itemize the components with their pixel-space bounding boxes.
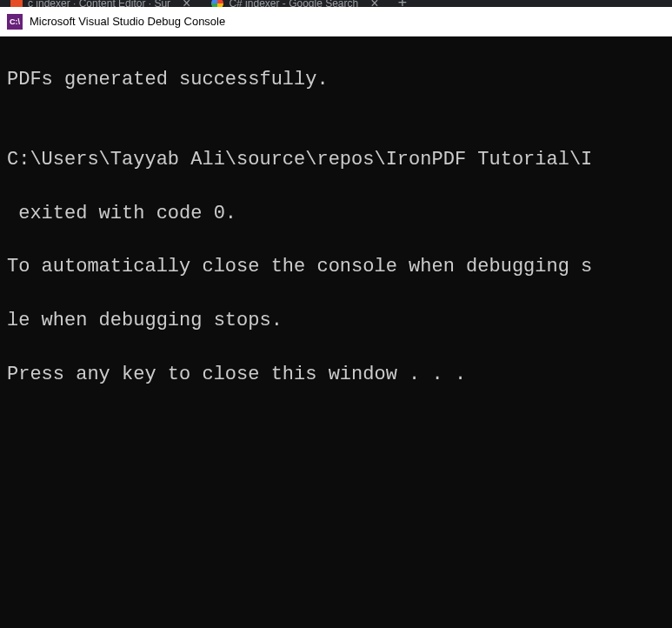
close-icon[interactable]: ×: [183, 0, 190, 7]
console-line: Press any key to close this window . . .: [7, 362, 665, 389]
close-icon[interactable]: ×: [370, 0, 378, 7]
browser-tab-1[interactable]: c indexer · Content Editor · Sur ×: [0, 0, 201, 7]
tab-title-2: C# indexer - Google Search: [229, 0, 358, 7]
console-line: To automatically close the console when …: [7, 254, 665, 281]
tab-favicon-2: [211, 0, 223, 7]
console-title-bar[interactable]: C:\ Microsoft Visual Studio Debug Consol…: [0, 7, 672, 37]
console-line: exited with code 0.: [7, 201, 665, 228]
browser-tab-strip: c indexer · Content Editor · Sur × C# in…: [0, 0, 672, 7]
console-line: PDFs generated successfully.: [7, 67, 665, 94]
console-line: le when debugging stops.: [7, 308, 665, 335]
browser-tab-2[interactable]: C# indexer - Google Search ×: [201, 0, 389, 7]
console-line: C:\Users\Tayyab Ali\source\repos\IronPDF…: [7, 147, 665, 174]
new-tab-button[interactable]: +: [389, 0, 416, 7]
console-app-icon: C:\: [7, 14, 23, 30]
console-window-title: Microsoft Visual Studio Debug Console: [30, 15, 225, 28]
console-output-area[interactable]: PDFs generated successfully. C:\Users\Ta…: [0, 37, 672, 628]
tab-favicon-1: [10, 0, 23, 7]
tab-title-1: c indexer · Content Editor · Sur: [28, 0, 170, 7]
